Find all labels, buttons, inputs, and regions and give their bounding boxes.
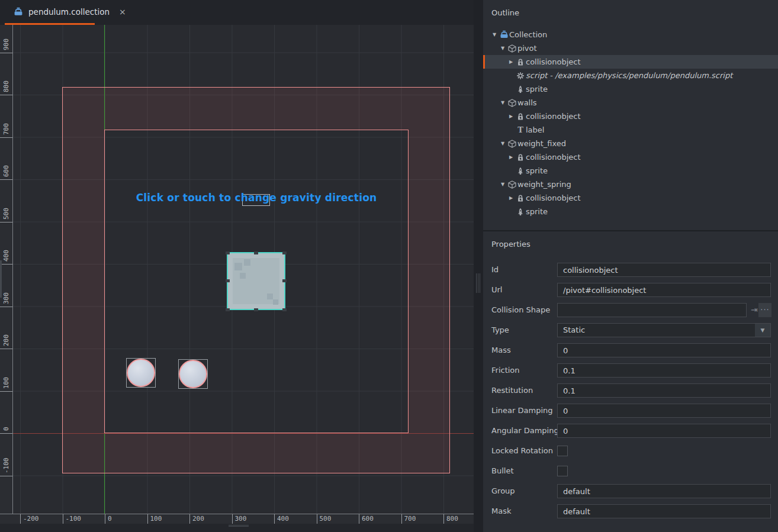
field-label-restitution: Restitution [491,386,533,395]
outline-row-sprite[interactable]: sprite [483,205,778,218]
gravity-direction-label[interactable]: Click or touch to change gravity directi… [108,192,404,204]
selection-handle-bl[interactable] [226,308,230,311]
outline-row-walls[interactable]: ▼walls [483,96,778,109]
group-input[interactable] [557,484,771,498]
editor-tab-bar: pendulum.collection × [0,0,483,25]
outline-row-Collection[interactable]: ▼Collection [483,28,778,41]
field-restitution: Restitution [491,383,771,398]
chevron-expanded-icon[interactable]: ▼ [499,141,507,146]
ruler-x-label: 200 [189,514,204,524]
outline-row-label: pivot [517,44,537,53]
selection-handle-tr[interactable] [282,252,287,254]
chevron-collapsed-icon[interactable]: ▶ [507,114,515,119]
ruler-y-label: -100 [2,457,10,476]
selection-handle-bottom[interactable] [254,308,258,311]
right-panel: Outline ▼Collection▼pivot▶collisionobjec… [483,0,778,532]
outline-row-collisionobject[interactable]: ▶collisionobject [483,150,778,164]
collision-shape-input[interactable] [557,303,747,317]
ruler-x-label: -100 [63,514,82,524]
vertical-scrollbar-thumb[interactable] [0,260,2,298]
ruler-y-label: 700 [2,123,10,137]
ruler-x-label: 600 [359,514,374,524]
type-dropdown[interactable]: Static▼ [557,323,771,337]
outline-row-label[interactable]: Tlabel [483,123,778,137]
outline-row-label: collisionobject [526,153,581,162]
ruler-x-label: 100 [147,514,162,524]
chevron-expanded-icon[interactable]: ▼ [490,32,499,37]
field-label-collision-shape: Collision Shape [491,305,550,314]
outline-row-sprite[interactable]: sprite [483,164,778,178]
chevron-expanded-icon[interactable]: ▼ [499,46,507,51]
horizontal-scrollbar-thumb[interactable] [229,525,249,527]
outline-row-label: walls [517,98,537,107]
panel-divider[interactable] [483,230,778,231]
outline-row-sprite[interactable]: sprite [483,82,778,96]
splitter-grip[interactable] [476,273,481,293]
collisionobject-icon [515,58,526,66]
chevron-collapsed-icon[interactable]: ▶ [507,154,515,160]
outline-row-script[interactable]: script - /examples/physics/pendulum/pend… [483,69,778,82]
mass-input[interactable] [557,343,771,357]
field-collision-shape: Collision Shape⇥... [491,303,771,317]
field-id: Id [491,263,771,277]
gameobject-icon [507,180,517,189]
ruler-x-label: 400 [274,514,289,524]
horizontal-ruler: -200-1000100200300400500600700800 [0,514,474,524]
canvas-footer [0,524,474,532]
restitution-input[interactable] [557,383,771,398]
field-friction: Friction [491,363,771,378]
vertical-ruler: 9008007006005004003002001000-100 [0,25,13,514]
tab-close-icon[interactable]: × [119,7,126,17]
chevron-collapsed-icon[interactable]: ▶ [507,195,515,201]
ruler-x-label: -200 [20,514,39,524]
url-input[interactable] [557,283,771,297]
ruler-y-label: 800 [2,80,10,95]
browse-resource-button[interactable]: ... [758,303,771,317]
bullet-checkbox[interactable] [557,466,568,476]
linear-damping-input[interactable] [557,404,771,418]
locked-rotation-checkbox[interactable] [557,446,568,456]
chevron-expanded-icon[interactable]: ▼ [499,100,507,105]
field-label-locked-rotation: Locked Rotation [491,446,553,455]
outline-row-collisionobject[interactable]: ▶collisionobject [483,109,778,123]
outline-row-collisionobject[interactable]: ▶collisionobject [483,55,778,69]
collection-icon [13,7,24,17]
chevron-down-icon[interactable]: ▼ [755,324,770,337]
id-input[interactable] [557,263,771,277]
open-resource-icon[interactable]: ⇥ [751,305,758,314]
chevron-collapsed-icon[interactable]: ▶ [507,59,515,65]
selection-handle-left[interactable] [226,279,230,282]
friction-input[interactable] [557,363,771,378]
field-label-type: Type [491,325,509,334]
outline-row-pivot[interactable]: ▼pivot [483,41,778,55]
outline-row-label: collisionobject [526,194,581,202]
label-icon: T [515,126,526,134]
weight-spring-bbox [178,359,208,389]
field-type: TypeStatic▼ [491,323,771,337]
collisionobject-icon [515,194,526,202]
selection-handle-tl[interactable] [226,252,230,254]
weight-fixed-bbox [126,358,156,388]
field-label-url: Url [491,285,502,294]
ruler-x-label: 500 [317,514,332,524]
selection-handle-right[interactable] [282,279,287,282]
scene-canvas[interactable]: Click or touch to change gravity directi… [0,25,474,524]
angular-damping-input[interactable] [557,424,771,438]
mask-input[interactable] [557,504,771,518]
outline-row-label: sprite [526,85,548,93]
ruler-x-label: 300 [232,514,247,524]
selection-handle-br[interactable] [282,308,287,311]
chevron-expanded-icon[interactable]: ▼ [499,182,507,187]
selection-handle-top[interactable] [254,252,258,254]
field-group: Group [491,484,771,498]
collisionobject-icon [515,112,526,121]
field-label-angular-damping: Angular Damping [491,426,559,435]
tab-pendulum-collection[interactable]: pendulum.collection × [5,0,132,23]
outline-row-label: script - /examples/physics/pendulum/pend… [526,71,732,80]
pivot-box-sprite-selected[interactable] [227,252,285,310]
outline-row-weight_spring[interactable]: ▼weight_spring [483,178,778,191]
outline-row-label: weight_spring [517,180,571,189]
outline-row-collisionobject[interactable]: ▶collisionobject [483,191,778,205]
tab-title: pendulum.collection [28,7,110,17]
outline-row-weight_fixed[interactable]: ▼weight_fixed [483,137,778,150]
